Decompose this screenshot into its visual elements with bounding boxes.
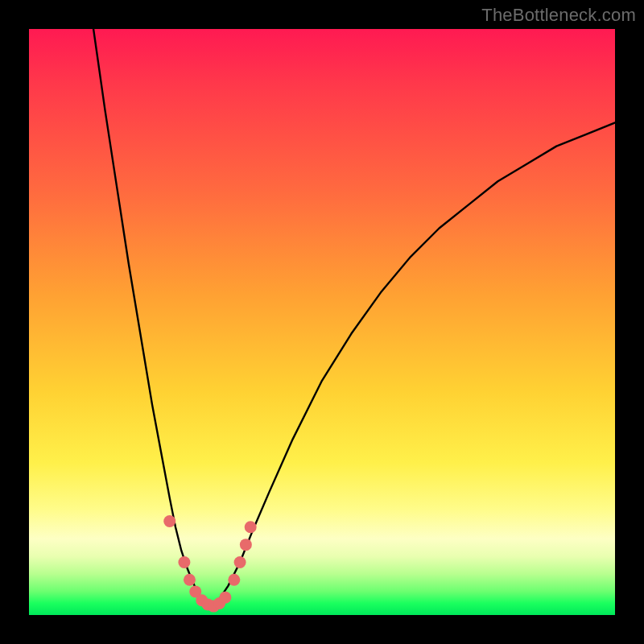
frame: TheBottleneck.com	[0, 0, 644, 644]
series-left-branch	[93, 29, 211, 609]
curve-svg	[29, 29, 615, 615]
watermark-text: TheBottleneck.com	[481, 5, 636, 26]
plot-area	[29, 29, 615, 615]
series-right-branch	[211, 122, 615, 609]
highlight-dot	[228, 574, 240, 586]
highlight-dot	[163, 515, 175, 527]
highlight-dot	[219, 592, 231, 604]
highlight-dot	[178, 556, 190, 568]
highlight-dot	[234, 556, 246, 568]
highlight-dot	[240, 539, 252, 551]
highlight-dot	[245, 521, 257, 533]
marker-group	[163, 515, 256, 613]
highlight-dot	[184, 574, 196, 586]
